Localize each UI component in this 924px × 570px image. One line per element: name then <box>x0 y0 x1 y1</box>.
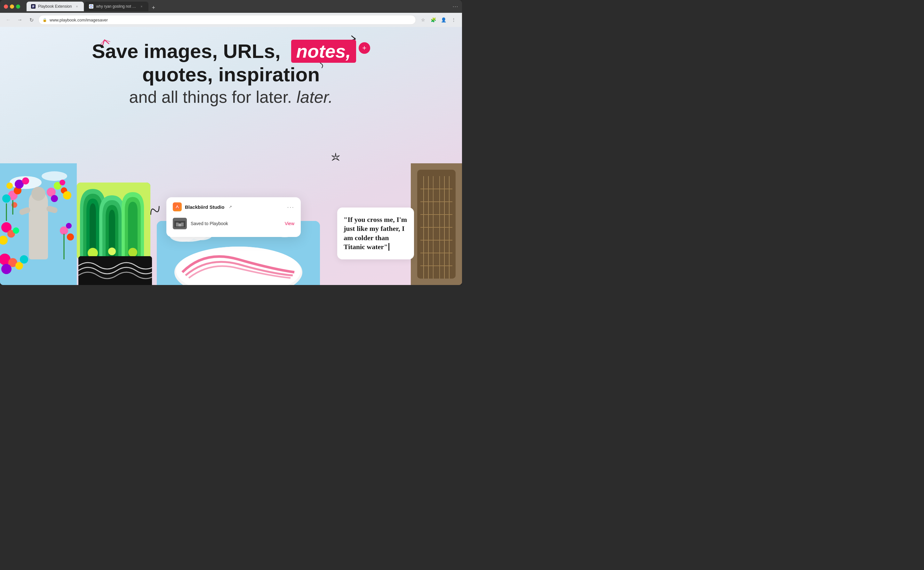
nav-bar: ← → ↻ 🔒 www.playbook.com/imagesaver ☆ 🧩 … <box>0 13 462 27</box>
tab-title-playbook: Playbook Extension <box>38 4 72 9</box>
tab-gosling[interactable]: why ryan gosling not aging... × <box>84 2 148 11</box>
svg-point-18 <box>2 195 11 203</box>
tab-favicon-playbook <box>31 4 35 9</box>
hero-line-1: Save images, URLs, notes, + <box>92 40 370 63</box>
popup-external-link-icon: ↗ <box>229 205 232 209</box>
right-image <box>411 163 462 285</box>
lock-icon: 🔒 <box>43 18 47 22</box>
svg-point-10 <box>31 187 46 201</box>
hero-line-3: and all things for later. later. <box>92 86 370 108</box>
tab-title-gosling: why ryan gosling not aging... <box>96 4 136 9</box>
svg-rect-51 <box>179 224 181 227</box>
refresh-button[interactable]: ↻ <box>27 15 36 25</box>
svg-point-15 <box>6 182 13 189</box>
svg-rect-61 <box>417 170 456 279</box>
arch-image <box>77 182 150 259</box>
back-button[interactable]: ← <box>4 15 13 25</box>
popup-saved-text: Saved to Playbook <box>191 221 281 226</box>
back-icon: ← <box>6 17 11 23</box>
maximize-button[interactable] <box>16 5 20 9</box>
images-section: Blackbiird Studio ↗ ··· <box>0 163 462 285</box>
popup-view-button[interactable]: View <box>285 221 294 226</box>
popup-more-icon[interactable]: ··· <box>287 203 294 211</box>
extension-button[interactable]: 🧩 <box>429 15 438 25</box>
extension-icon: 🧩 <box>431 17 436 22</box>
svg-point-23 <box>51 195 58 202</box>
hero-italic-later: later. <box>296 88 333 106</box>
popup-saved-item: Saved to Playbook View <box>173 215 294 232</box>
svg-rect-2 <box>32 6 34 7</box>
svg-point-24 <box>63 191 71 199</box>
notes-badge: notes, <box>291 40 356 63</box>
svg-rect-46 <box>175 204 180 210</box>
wavy-image <box>78 256 152 285</box>
new-tab-button[interactable]: + <box>149 5 158 11</box>
svg-rect-45 <box>78 256 152 285</box>
svg-point-25 <box>60 180 65 185</box>
close-button[interactable] <box>4 5 8 9</box>
svg-rect-1 <box>32 5 34 6</box>
hero-text-all-things: and all things for later. <box>129 88 292 106</box>
title-bar: Playbook Extension × why ryan gosling no… <box>0 0 462 13</box>
hero-line-2: quotes, inspiration <box>92 63 370 86</box>
popup-header: Blackbiird Studio ↗ ··· <box>173 202 294 211</box>
hero-notes-wrapper: notes, + <box>291 40 370 63</box>
plus-bubble: + <box>359 42 370 54</box>
svg-point-39 <box>1 264 12 274</box>
tab-close-playbook[interactable]: × <box>74 4 79 9</box>
traffic-lights <box>4 5 20 9</box>
svg-point-32 <box>66 223 72 228</box>
svg-point-31 <box>67 233 74 241</box>
svg-point-40 <box>20 255 28 264</box>
svg-point-44 <box>128 248 137 257</box>
more-icon: ⋮ <box>451 17 456 22</box>
statue-image <box>0 163 77 285</box>
window-control-icon: ⋯ <box>452 3 458 10</box>
svg-point-17 <box>22 178 29 184</box>
more-button[interactable]: ⋮ <box>449 15 458 25</box>
svg-point-7 <box>41 171 67 181</box>
popup-card: Blackbiird Studio ↗ ··· <box>166 197 301 237</box>
bookmark-icon: ☆ <box>421 17 425 22</box>
popup-site-info: Blackbiird Studio ↗ <box>173 202 232 211</box>
svg-rect-49 <box>176 222 179 227</box>
svg-rect-50 <box>181 222 184 227</box>
svg-point-43 <box>108 248 116 255</box>
address-text: www.playbook.com/imagesaver <box>50 18 108 22</box>
refresh-icon: ↻ <box>29 17 34 23</box>
tab-bar: Playbook Extension × why ryan gosling no… <box>26 2 443 11</box>
svg-rect-3 <box>32 7 34 8</box>
profile-button[interactable]: 👤 <box>439 15 448 25</box>
popup-favicon <box>173 202 182 211</box>
bookmark-button[interactable]: ☆ <box>418 15 428 25</box>
quote-text: "If you cross me, I'm just like my fathe… <box>344 215 408 252</box>
nav-actions: ☆ 🧩 👤 ⋮ <box>418 15 458 25</box>
profile-icon: 👤 <box>441 17 446 22</box>
tab-close-gosling[interactable]: × <box>139 4 144 9</box>
minimize-button[interactable] <box>10 5 14 9</box>
svg-point-29 <box>13 227 19 234</box>
quote-content: "If you cross me, I'm just like my fathe… <box>344 216 407 251</box>
page-content: Save images, URLs, notes, + quotes, insp… <box>0 27 462 285</box>
quote-card: "If you cross me, I'm just like my fathe… <box>337 207 414 259</box>
tab-favicon-google <box>89 4 93 9</box>
browser-window: Playbook Extension × why ryan gosling no… <box>0 0 462 285</box>
tab-playbook-extension[interactable]: Playbook Extension × <box>26 2 84 11</box>
hero-text-save: Save images, URLs, <box>92 40 286 62</box>
popup-thumbnail <box>173 218 187 229</box>
address-bar[interactable]: 🔒 www.playbook.com/imagesaver <box>38 15 416 25</box>
text-cursor-icon <box>388 243 389 251</box>
squiggle-decoration <box>145 201 165 222</box>
forward-button[interactable]: → <box>15 15 24 25</box>
svg-point-38 <box>15 262 23 270</box>
popup-site-name: Blackbiird Studio <box>185 204 224 210</box>
hero-section: Save images, URLs, notes, + quotes, insp… <box>92 27 370 108</box>
forward-icon: → <box>17 17 22 23</box>
burst2-decoration <box>331 152 341 163</box>
